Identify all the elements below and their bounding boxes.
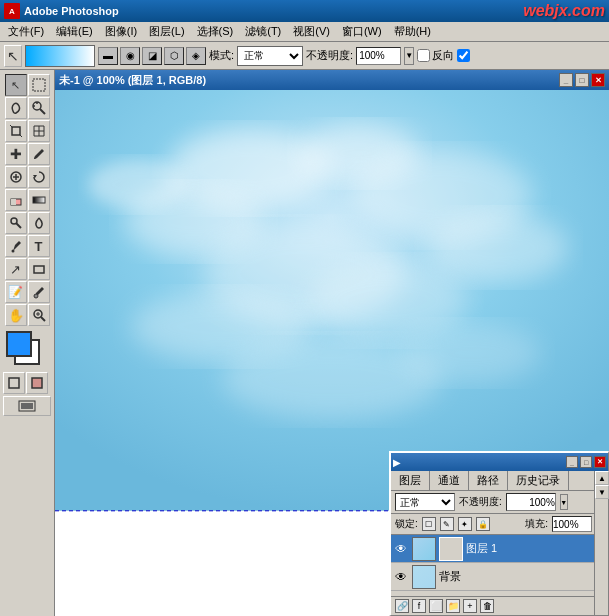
layer-group-btn[interactable]: 📁 — [446, 599, 460, 613]
lock-position-btn[interactable]: ✦ — [458, 517, 472, 531]
menu-bar: 文件(F) 编辑(E) 图像(I) 图层(L) 选择(S) 滤镜(T) 视图(V… — [0, 22, 609, 42]
menu-file[interactable]: 文件(F) — [2, 23, 50, 40]
layer-row-bg[interactable]: 👁 背景 🔒 — [391, 563, 608, 591]
layer-link-btn[interactable]: 🔗 — [395, 599, 409, 613]
doc-close-btn[interactable]: ✕ — [591, 73, 605, 87]
pen-tool[interactable] — [5, 235, 27, 257]
menu-view[interactable]: 视图(V) — [287, 23, 336, 40]
move-tool[interactable]: ↖ — [5, 74, 27, 96]
slice-tool[interactable] — [28, 120, 50, 142]
app-title: Adobe Photoshop — [24, 5, 523, 17]
layers-opacity-input[interactable]: 100% — [506, 493, 556, 511]
layers-bottom-toolbar: 🔗 f ⬜ 📁 + 🗑 — [391, 596, 594, 615]
svg-rect-17 — [33, 197, 45, 203]
lasso-tool[interactable] — [5, 97, 27, 119]
opacity-arrow[interactable]: ▼ — [404, 47, 414, 65]
notes-tool[interactable]: 📝 — [5, 281, 27, 303]
layer-new-btn[interactable]: + — [463, 599, 477, 613]
tab-channels[interactable]: 通道 — [430, 471, 469, 490]
clone-tool[interactable] — [5, 166, 27, 188]
angle-gradient-btn[interactable]: ◪ — [142, 47, 162, 65]
tab-history[interactable]: 历史记录 — [508, 471, 569, 490]
svg-rect-27 — [9, 378, 19, 388]
layer-style-btn[interactable]: f — [412, 599, 426, 613]
brush-tool[interactable] — [28, 143, 50, 165]
foreground-color-swatch[interactable] — [6, 331, 32, 357]
blend-mode-select[interactable]: 正常 溶解 正片叠底 — [237, 46, 303, 66]
tab-paths[interactable]: 路径 — [469, 471, 508, 490]
canvas-content: ▶ _ □ ✕ 图层 通道 路径 历史记录 ▶ — [55, 90, 609, 616]
document-title-bar: 未-1 @ 100% (图层 1, RGB/8) _ □ ✕ — [55, 70, 609, 90]
reverse-checkbox[interactable] — [417, 49, 430, 62]
layers-panel-titlebar: ▶ _ □ ✕ — [391, 453, 608, 471]
svg-rect-30 — [21, 403, 33, 409]
dither-checkbox[interactable] — [457, 49, 470, 62]
radial-gradient-btn[interactable]: ◉ — [120, 47, 140, 65]
layer-1-visibility[interactable]: 👁 — [393, 541, 409, 557]
menu-help[interactable]: 帮助(H) — [388, 23, 437, 40]
doc-minimize-btn[interactable]: _ — [559, 73, 573, 87]
tool-row-5 — [5, 166, 50, 188]
eraser-tool[interactable] — [5, 189, 27, 211]
tool-row-4: ✚ — [5, 143, 50, 165]
dodge-tool[interactable] — [5, 212, 27, 234]
diamond-gradient-btn[interactable]: ◈ — [186, 47, 206, 65]
color-swatch-area — [6, 331, 48, 367]
menu-layer[interactable]: 图层(L) — [143, 23, 190, 40]
layers-blend-mode[interactable]: 正常 — [395, 493, 455, 511]
screen-mode-btn[interactable] — [3, 396, 51, 416]
opacity-input[interactable]: 100% — [356, 47, 401, 65]
layers-tabs: 图层 通道 路径 历史记录 ▶ — [391, 471, 608, 491]
eyedropper-tool[interactable] — [28, 281, 50, 303]
layer-bg-visibility[interactable]: 👁 — [393, 569, 409, 585]
gradient-tool[interactable] — [28, 189, 50, 211]
layers-panel-controls: _ □ ✕ — [566, 456, 606, 468]
svg-rect-16 — [11, 199, 16, 205]
gradient-preview[interactable] — [25, 45, 95, 67]
layers-scroll-down[interactable]: ▼ — [595, 485, 609, 499]
marquee-tool[interactable] — [28, 74, 50, 96]
lock-transparency-btn[interactable]: ☐ — [422, 517, 436, 531]
path-select-tool[interactable]: ↗ — [5, 258, 27, 280]
main-area: ↖ ✚ — [0, 70, 609, 616]
hand-tool[interactable]: ✋ — [5, 304, 27, 326]
mode-label: 模式: — [209, 48, 234, 63]
heal-tool[interactable]: ✚ — [5, 143, 27, 165]
layer-delete-btn[interactable]: 🗑 — [480, 599, 494, 613]
layers-minimize-btn[interactable]: _ — [566, 456, 578, 468]
lock-image-btn[interactable]: ✎ — [440, 517, 454, 531]
layer-1-mask-thumbnail — [439, 537, 463, 561]
burn-tool[interactable] — [28, 212, 50, 234]
layer-row-1[interactable]: 👁 图层 1 — [391, 535, 608, 563]
linear-gradient-btn[interactable]: ▬ — [98, 47, 118, 65]
menu-image[interactable]: 图像(I) — [99, 23, 143, 40]
magic-wand-tool[interactable] — [28, 97, 50, 119]
menu-edit[interactable]: 编辑(E) — [50, 23, 99, 40]
crop-tool[interactable] — [5, 120, 27, 142]
doc-maximize-btn[interactable]: □ — [575, 73, 589, 87]
layers-scroll-up[interactable]: ▲ — [595, 471, 609, 485]
history-brush-tool[interactable] — [28, 166, 50, 188]
tab-layers[interactable]: 图层 — [391, 471, 430, 490]
menu-filter[interactable]: 滤镜(T) — [239, 23, 287, 40]
quick-mask-btn[interactable] — [26, 372, 48, 394]
layers-maximize-btn[interactable]: □ — [580, 456, 592, 468]
menu-window[interactable]: 窗口(W) — [336, 23, 388, 40]
arrow-tool-icon[interactable]: ↖ — [4, 45, 22, 67]
layer-mask-btn[interactable]: ⬜ — [429, 599, 443, 613]
shape-tool[interactable] — [28, 258, 50, 280]
text-tool[interactable]: T — [28, 235, 50, 257]
lock-all-btn[interactable]: 🔒 — [476, 517, 490, 531]
fill-input[interactable]: 100% — [552, 516, 592, 532]
layers-close-btn[interactable]: ✕ — [594, 456, 606, 468]
layers-opacity-arrow[interactable]: ▼ — [560, 494, 568, 510]
standard-mode-btn[interactable] — [3, 372, 25, 394]
tool-row-8: T — [5, 235, 50, 257]
reflected-gradient-btn[interactable]: ⬡ — [164, 47, 184, 65]
lock-label: 锁定: — [395, 517, 418, 531]
svg-rect-0 — [33, 79, 45, 91]
document-title: 未-1 @ 100% (图层 1, RGB/8) — [59, 73, 206, 88]
menu-select[interactable]: 选择(S) — [191, 23, 240, 40]
toolbox: ↖ ✚ — [0, 70, 55, 616]
zoom-tool[interactable] — [28, 304, 50, 326]
